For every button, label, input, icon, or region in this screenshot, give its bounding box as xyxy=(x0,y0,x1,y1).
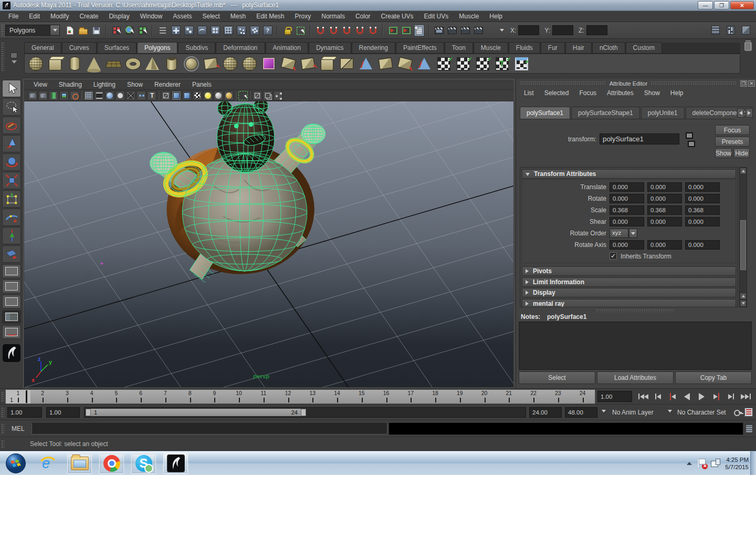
mask-handles-icon[interactable] xyxy=(170,24,182,37)
universal-manipulator-tool[interactable] xyxy=(2,190,21,208)
mental-ray-section-header[interactable]: mental ray xyxy=(522,299,736,308)
timeline-frame-14[interactable]: 14 xyxy=(325,390,350,404)
timeline-frame-10[interactable]: 10 xyxy=(227,390,251,404)
two-pane-layout-button[interactable] xyxy=(2,295,21,308)
viewport-menu-lighting[interactable]: Lighting xyxy=(88,81,121,88)
timeline-frame-3[interactable]: 3 xyxy=(55,390,80,404)
step-forward-frame-button[interactable] xyxy=(724,390,738,402)
scroll-up-icon[interactable] xyxy=(740,168,747,174)
timeline-frame-8[interactable]: 8 xyxy=(177,390,202,404)
bookmark-icon[interactable] xyxy=(49,91,58,100)
timeline-frame-1[interactable]: 11 xyxy=(6,390,30,404)
shelf-tab-dynamics[interactable]: Dynamics xyxy=(309,42,351,53)
timeline-frame-6[interactable]: 6 xyxy=(129,390,153,404)
shear-z-input[interactable] xyxy=(685,217,720,226)
play-backwards-button[interactable] xyxy=(680,390,694,402)
ae-menu-list[interactable]: List xyxy=(519,89,539,97)
shelf-trash-icon[interactable] xyxy=(744,42,752,51)
bevel-icon[interactable] xyxy=(396,55,414,73)
shelf-tab-curves[interactable]: Curves xyxy=(62,42,97,53)
shelf-quick-buttons[interactable] xyxy=(7,41,23,73)
menu-assets[interactable]: Assets xyxy=(167,13,197,20)
ipr-render-icon[interactable] xyxy=(459,24,471,37)
close-button[interactable]: ✕ xyxy=(730,1,754,9)
poly-sphere-icon[interactable] xyxy=(27,55,45,73)
attribute-editor-drag-texture[interactable] xyxy=(520,81,606,86)
help-line-grip[interactable] xyxy=(1,440,4,448)
uv-texture-editor-icon[interactable] xyxy=(512,55,530,73)
focus-button[interactable]: Focus xyxy=(715,125,750,135)
mask-rendering-icon[interactable] xyxy=(248,24,260,37)
menu-proxy[interactable]: Proxy xyxy=(290,13,317,20)
show-desktop-button[interactable] xyxy=(750,451,756,475)
toolbar-group-divider[interactable] xyxy=(381,25,385,36)
lock-selection-icon[interactable] xyxy=(281,24,293,37)
3d-scene[interactable]: zyxpersp xyxy=(24,101,513,387)
backface-culling-icon[interactable] xyxy=(263,91,272,100)
poly-cube-icon[interactable] xyxy=(46,55,64,73)
menu-normals[interactable]: Normals xyxy=(316,13,350,20)
timeline-frame-19[interactable]: 19 xyxy=(448,390,472,404)
limit-information-section-header[interactable]: Limit Information xyxy=(522,277,736,287)
rotate-order-value[interactable]: xyz xyxy=(610,229,628,238)
viewport-menu-shading[interactable]: Shading xyxy=(53,81,88,88)
ae-tab-polyUnite1[interactable]: polyUnite1 xyxy=(641,107,685,119)
notes-splitter-handle[interactable] xyxy=(595,309,674,312)
menu-file[interactable]: File xyxy=(3,13,24,20)
timeline-frame-16[interactable]: 16 xyxy=(374,390,398,404)
mask-surfaces-icon[interactable] xyxy=(209,24,221,37)
save-scene-icon[interactable] xyxy=(90,24,102,37)
menu-edit-uvs[interactable]: Edit UVs xyxy=(419,13,454,20)
sculpt-geometry-icon[interactable] xyxy=(415,55,433,73)
hide-button[interactable]: Hide xyxy=(733,148,750,158)
mask-joints-icon[interactable] xyxy=(183,24,195,37)
chrome-icon[interactable] xyxy=(99,453,124,474)
shelf-tab-surfaces[interactable]: Surfaces xyxy=(97,42,136,53)
menu-window[interactable]: Window xyxy=(135,13,168,20)
shelf-tab-subdivs[interactable]: Subdivs xyxy=(178,42,215,53)
rotate-axis-x-input[interactable] xyxy=(610,240,644,250)
new-scene-icon[interactable] xyxy=(64,24,76,37)
toolbar-group-divider[interactable] xyxy=(150,25,155,36)
timeline-frame-22[interactable]: 22 xyxy=(521,390,546,404)
last-tool-used[interactable] xyxy=(2,245,21,263)
shelf-tab-custom[interactable]: Custom xyxy=(626,42,662,53)
windows-explorer-icon[interactable] xyxy=(67,453,92,474)
range-end-handle[interactable] xyxy=(301,409,306,416)
show-manipulator-tool[interactable] xyxy=(2,227,21,244)
timeline-frame-18[interactable]: 18 xyxy=(423,390,448,404)
select-object-icon[interactable] xyxy=(123,24,135,37)
lasso-select-tool[interactable] xyxy=(2,98,21,116)
show-button[interactable]: Show xyxy=(715,148,732,158)
attribute-editor-drag-texture[interactable] xyxy=(650,81,737,86)
character-set-value[interactable]: No Character Set xyxy=(677,409,726,416)
viewport-menu-show[interactable]: Show xyxy=(121,81,149,88)
tabs-scroll-right-icon[interactable] xyxy=(746,108,753,118)
viewport-menu-view[interactable]: View xyxy=(28,81,53,88)
move-tool[interactable] xyxy=(2,135,21,152)
menu-modify[interactable]: Modify xyxy=(45,13,74,20)
timeline-frame-2[interactable]: 2 xyxy=(30,390,55,404)
maya-taskbar-icon[interactable] xyxy=(163,453,188,474)
snap-curve-icon[interactable] xyxy=(328,24,340,37)
uv-automatic-mapping-icon[interactable] xyxy=(493,55,511,73)
z-coord-input[interactable] xyxy=(586,25,607,35)
tabs-scroll-left-icon[interactable] xyxy=(737,108,744,118)
auto-keyframe-icon[interactable] xyxy=(744,408,753,417)
ae-menu-show[interactable]: Show xyxy=(639,89,665,97)
uv-spherical-mapping-icon[interactable] xyxy=(474,55,491,73)
animation-end-input[interactable] xyxy=(565,407,597,418)
poly-pipe-icon[interactable] xyxy=(163,55,181,73)
timeline-frame-12[interactable]: 12 xyxy=(276,390,300,404)
shelf-tab-fur[interactable]: Fur xyxy=(541,42,565,53)
rotate-tool[interactable] xyxy=(2,153,21,171)
snap-center-icon[interactable] xyxy=(367,24,379,37)
timeline-frame-17[interactable]: 17 xyxy=(398,390,423,404)
triangulate-icon[interactable] xyxy=(357,55,375,73)
view-compass-icon[interactable] xyxy=(70,91,79,100)
presets-button[interactable]: Presets xyxy=(715,137,750,147)
input-to-selected-icon[interactable] xyxy=(387,24,399,37)
interactive-split-icon[interactable] xyxy=(299,55,317,73)
mel-label[interactable]: MEL xyxy=(12,425,25,432)
rotate-order-dropdown-icon[interactable] xyxy=(629,229,637,238)
